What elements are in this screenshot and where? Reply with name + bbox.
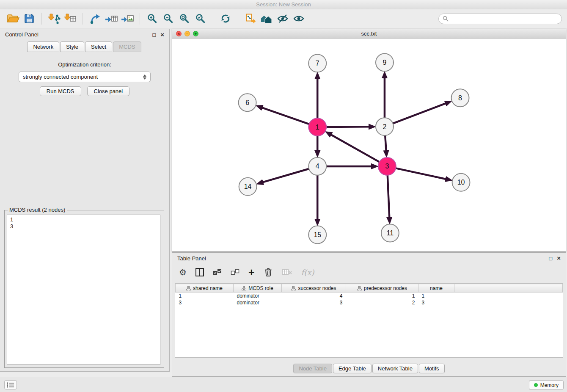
float-panel-icon[interactable]: ◻ bbox=[152, 32, 156, 38]
node-label: 14 bbox=[244, 183, 252, 190]
criterion-dropdown[interactable]: strongly connected component bbox=[19, 72, 151, 82]
home-glyph bbox=[260, 13, 273, 24]
edge-3-11[interactable] bbox=[388, 175, 389, 217]
table-row[interactable]: 3dominator323 bbox=[176, 299, 563, 306]
zoom-out-icon[interactable] bbox=[160, 11, 176, 26]
main-area: Control Panel ◻ × Network Style Select M… bbox=[0, 29, 567, 377]
tab-network-table[interactable]: Network Table bbox=[372, 364, 418, 373]
open-session-icon[interactable] bbox=[5, 11, 21, 26]
mcds-result-list[interactable]: 13 bbox=[7, 215, 160, 365]
show-graphics-details-icon[interactable] bbox=[291, 11, 307, 26]
close-panel-icon[interactable]: × bbox=[160, 32, 164, 38]
panel-menu-button[interactable] bbox=[4, 380, 17, 389]
network-canvas[interactable]: 7968124314101511 bbox=[172, 39, 566, 251]
node-14[interactable]: 14 bbox=[239, 178, 257, 196]
node-10[interactable]: 10 bbox=[452, 174, 470, 191]
destroy-table-icon[interactable] bbox=[282, 268, 293, 276]
export-table-glyph bbox=[105, 13, 118, 24]
import-table-icon[interactable] bbox=[62, 11, 78, 26]
node-15[interactable]: 15 bbox=[308, 226, 326, 244]
close-table-panel-icon[interactable]: × bbox=[557, 255, 561, 261]
table-cell: 3 bbox=[176, 299, 234, 306]
mcds-result-item[interactable]: 1 bbox=[10, 216, 157, 223]
memory-button[interactable]: Memory bbox=[529, 380, 564, 390]
column-header-mcds-role[interactable]: MCDS role bbox=[234, 284, 282, 293]
clone-network-icon[interactable] bbox=[242, 11, 259, 26]
function-builder-icon[interactable]: f(x) bbox=[301, 268, 314, 277]
apply-layout-icon[interactable] bbox=[217, 11, 234, 26]
column-header-shared-name[interactable]: shared name bbox=[176, 284, 234, 293]
edge-2-8[interactable] bbox=[393, 104, 445, 124]
column-header-filler bbox=[454, 284, 563, 293]
zoom-fit-icon[interactable] bbox=[176, 11, 193, 26]
tab-network[interactable]: Network bbox=[27, 41, 59, 52]
import-network-icon[interactable] bbox=[46, 11, 62, 26]
edge-3-10[interactable] bbox=[396, 168, 445, 179]
clone-network-glyph bbox=[245, 13, 256, 24]
column-header-successor-nodes[interactable]: successor nodes bbox=[282, 284, 346, 293]
hide-graphics-details-icon[interactable] bbox=[275, 11, 291, 26]
export-table-icon[interactable] bbox=[103, 11, 119, 26]
search-input[interactable] bbox=[451, 15, 558, 22]
column-header-name[interactable]: name bbox=[418, 284, 454, 293]
create-column-icon[interactable]: + bbox=[248, 268, 255, 277]
node-6[interactable]: 6 bbox=[239, 94, 256, 111]
node-9[interactable]: 9 bbox=[376, 53, 394, 71]
tab-mcds[interactable]: MCDS bbox=[113, 41, 141, 52]
node-1[interactable]: 1 bbox=[308, 118, 326, 136]
search-icon bbox=[443, 16, 449, 22]
zoom-in-icon[interactable] bbox=[144, 11, 160, 26]
node-8[interactable]: 8 bbox=[451, 89, 469, 107]
delete-column-glyph bbox=[263, 267, 273, 277]
save-session-icon[interactable] bbox=[21, 11, 37, 26]
select-all-columns-icon[interactable] bbox=[213, 268, 222, 276]
tab-node-table[interactable]: Node Table bbox=[293, 364, 332, 373]
node-7[interactable]: 7 bbox=[308, 54, 326, 72]
zoom-selected-icon[interactable] bbox=[193, 11, 209, 26]
node-3[interactable]: 3 bbox=[378, 157, 396, 175]
table-panel: Table Panel ◻ × ⚙ + f(x) bbox=[172, 252, 566, 377]
column-type-icon bbox=[186, 286, 191, 290]
show-graphics-details-glyph bbox=[293, 14, 305, 24]
new-network-icon[interactable] bbox=[87, 11, 103, 26]
tab-select[interactable]: Select bbox=[85, 41, 112, 52]
edge-3-1[interactable] bbox=[331, 135, 379, 162]
node-label: 15 bbox=[314, 231, 321, 238]
edge-2-3[interactable] bbox=[385, 135, 386, 150]
minimize-window-button[interactable]: − bbox=[184, 31, 190, 36]
close-panel-button[interactable]: Close panel bbox=[87, 86, 130, 96]
edge-4-14[interactable] bbox=[263, 169, 309, 182]
close-window-button[interactable]: × bbox=[176, 31, 182, 36]
node-11[interactable]: 11 bbox=[381, 224, 399, 242]
mcds-result-item[interactable]: 3 bbox=[10, 223, 157, 230]
tab-edge-table[interactable]: Edge Table bbox=[333, 364, 372, 373]
show-columns-glyph bbox=[195, 268, 204, 277]
table-header-row: shared name MCDS role successor nodes pr… bbox=[176, 284, 563, 293]
node-2[interactable]: 2 bbox=[376, 118, 394, 135]
show-columns-icon[interactable] bbox=[195, 268, 204, 277]
network-window-title: scc.txt bbox=[361, 30, 377, 37]
zoom-window-button[interactable]: + bbox=[193, 31, 198, 36]
search-box[interactable] bbox=[438, 14, 562, 24]
table-tabs: Node Table Edge Table Network Table Moti… bbox=[172, 364, 566, 373]
table-row[interactable]: 1dominator411 bbox=[176, 293, 563, 299]
network-view-window: × − + scc.txt 7968124314101511 bbox=[172, 29, 566, 251]
run-mcds-button[interactable]: Run MCDS bbox=[40, 86, 81, 96]
deselect-all-columns-icon[interactable] bbox=[231, 268, 240, 276]
column-header-predecessor-nodes[interactable]: predecessor nodes bbox=[346, 284, 418, 293]
delete-column-icon[interactable] bbox=[263, 267, 273, 277]
status-bar: Memory bbox=[0, 377, 567, 392]
home-icon[interactable] bbox=[259, 11, 275, 26]
export-image-icon[interactable] bbox=[119, 11, 135, 26]
deselect-all-columns-glyph bbox=[231, 268, 240, 276]
table-options-gear-icon[interactable]: ⚙ bbox=[179, 268, 187, 276]
tab-motifs[interactable]: Motifs bbox=[419, 364, 445, 373]
node-label: 8 bbox=[458, 94, 462, 102]
float-table-panel-icon[interactable]: ◻ bbox=[548, 255, 553, 261]
tab-style[interactable]: Style bbox=[60, 41, 84, 52]
edge-1-2[interactable] bbox=[326, 127, 369, 127]
node-4[interactable]: 4 bbox=[308, 157, 326, 175]
edge-1-6[interactable] bbox=[262, 108, 309, 124]
mcds-result-title: MCDS result (2 nodes) bbox=[8, 207, 67, 213]
memory-button-label: Memory bbox=[540, 382, 559, 388]
